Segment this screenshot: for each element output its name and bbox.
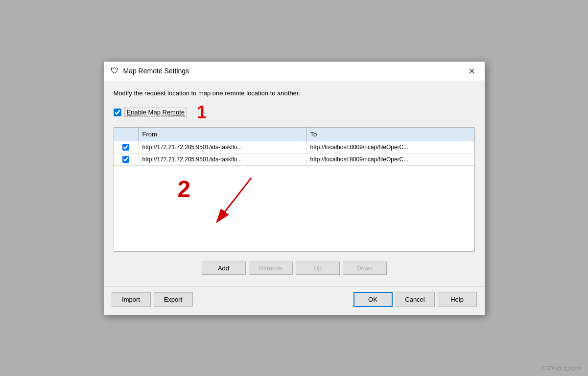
remove-button[interactable]: Remove	[249, 262, 293, 275]
enable-label[interactable]: Enable Map Remote	[124, 108, 188, 117]
export-button[interactable]: Export	[154, 292, 193, 307]
bottom-right-buttons: OK Cancel Help	[353, 292, 477, 307]
header-checkbox-col	[114, 128, 139, 141]
enable-row: Enable Map Remote	[114, 108, 188, 117]
down-button[interactable]: Down	[343, 262, 387, 275]
dialog-body: Modify the request location to map one r…	[104, 81, 485, 285]
header-from: From	[139, 128, 306, 141]
annotation-2: 2	[178, 176, 191, 202]
table-row: http://172.21.72.205:9501/ids-taskflo...…	[114, 154, 474, 166]
cancel-button[interactable]: Cancel	[396, 292, 435, 307]
ok-button[interactable]: OK	[353, 292, 393, 307]
table-container: From To http://172.21.72.205:9501/ids-ta…	[114, 127, 475, 252]
svg-line-1	[217, 178, 251, 222]
row2-check-cell	[114, 154, 139, 165]
watermark: CSDN@北风toto	[541, 365, 582, 372]
dialog-window: 🛡 Map Remote Settings ✕ Modify the reque…	[103, 61, 485, 315]
row2-to: http://localhost:8009/ncap/fileOperC...	[306, 154, 474, 165]
annotation-1: 1	[197, 104, 207, 121]
add-button[interactable]: Add	[202, 262, 246, 275]
import-button[interactable]: Import	[112, 292, 151, 307]
description-text: Modify the request location to map one r…	[114, 89, 475, 98]
up-button[interactable]: Up	[296, 262, 340, 275]
help-button[interactable]: Help	[438, 292, 477, 307]
annotation-arrow	[202, 168, 310, 232]
title-bar-left: 🛡 Map Remote Settings	[110, 66, 189, 76]
bottom-left-buttons: Import Export	[112, 292, 193, 307]
row1-checkbox[interactable]	[122, 144, 129, 151]
dialog-icon: 🛡	[110, 66, 119, 76]
row1-from: http://172.21.72.205:9501/ids-taskflo...	[139, 141, 306, 153]
row1-to: http://localhost:8009/ncap/fileOperC...	[306, 141, 474, 153]
row2-checkbox[interactable]	[122, 156, 129, 163]
dialog-title: Map Remote Settings	[123, 67, 189, 75]
title-bar: 🛡 Map Remote Settings ✕	[104, 62, 485, 81]
enable-checkbox[interactable]	[114, 109, 121, 116]
row1-check-cell	[114, 141, 139, 153]
close-button[interactable]: ✕	[465, 64, 479, 78]
bottom-row: Import Export OK Cancel Help	[104, 287, 485, 315]
row2-from: http://172.21.72.205:9501/ids-taskflo...	[139, 154, 306, 165]
action-buttons-row: Add Remove Up Down	[114, 258, 475, 277]
table-header: From To	[114, 128, 474, 141]
header-to: To	[306, 128, 474, 141]
table-row: http://172.21.72.205:9501/ids-taskflo...…	[114, 141, 474, 154]
